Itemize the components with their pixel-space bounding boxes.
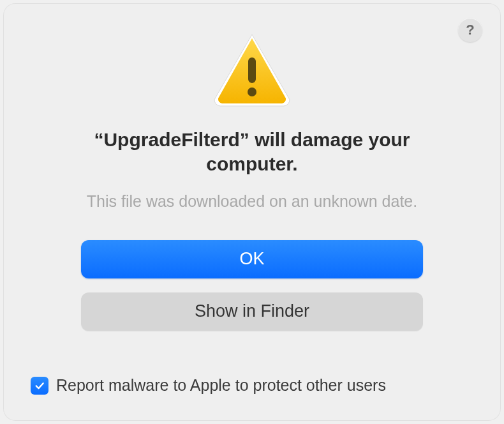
dialog-subtitle: This file was downloaded on an unknown d… [87,192,417,211]
svg-point-1 [248,87,256,96]
checkmark-icon [34,380,45,391]
alert-dialog: ? “UpgradeFilterd” will damage your comp… [4,4,500,420]
show-in-finder-button[interactable]: Show in Finder [81,292,423,331]
quote-open: “ [94,129,103,150]
ok-button[interactable]: OK [81,240,423,278]
help-icon: ? [466,22,474,38]
report-malware-label: Report malware to Apple to protect other… [56,376,386,395]
help-button[interactable]: ? [458,18,482,42]
svg-rect-0 [248,57,256,83]
app-name: UpgradeFilterd [103,129,239,150]
dialog-title: “UpgradeFilterd” will damage your comput… [73,128,431,177]
report-malware-row: Report malware to Apple to protect other… [31,376,386,395]
warning-icon [211,31,293,110]
report-malware-checkbox[interactable] [31,377,48,395]
